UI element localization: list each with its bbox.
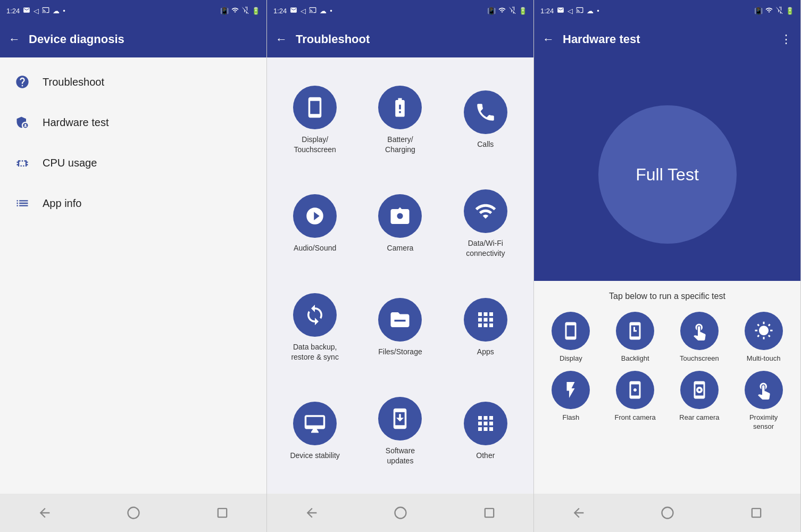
test-item-flash[interactable]: Flash [543,371,599,431]
arrow-icon-2: ◁ [301,7,306,15]
grid-label-other: Other [476,451,495,460]
nav-back-1[interactable] [31,500,58,526]
proximity-sensor-test-label: Proximitysensor [749,413,778,431]
nav-home-2[interactable] [387,500,414,526]
status-bar-left-2: 1:24 ◁ ☁ • [273,6,332,15]
time-1: 1:24 [6,7,20,15]
hardware-header-area: Full Test [534,57,800,281]
nav-home-3[interactable] [654,500,681,526]
back-button-1[interactable]: ← [9,32,20,46]
grid-item-calls[interactable]: Calls [443,68,528,172]
notif-icon-2 [290,6,297,15]
grid-label-battery-charging: Battery/Charging [385,135,415,154]
grid-label-device-stability: Device stability [290,451,339,460]
svg-point-0 [128,508,139,519]
cloud-icon-2: ☁ [320,7,327,15]
nav-label-hardware-test: Hardware test [43,117,109,129]
grid-item-display-touchscreen[interactable]: Display/Touchscreen [272,68,357,172]
grid-item-data-backup[interactable]: Data backup,restore & sync [272,276,357,379]
hardware-test-icon [13,113,32,132]
svg-point-4 [662,508,673,519]
rear-camera-test-icon [680,371,719,409]
nav-home-1[interactable] [120,500,147,526]
status-bar-3: 1:24 ◁ ☁ • 📳 🔋 [534,0,800,21]
signal-icon-1 [241,6,249,15]
nav-recents-2[interactable] [476,500,503,526]
flash-test-label: Flash [562,413,579,422]
nav-item-app-info[interactable]: App info [0,183,266,223]
grid-item-audio-sound[interactable]: Audio/Sound [272,172,357,276]
data-wifi-icon [464,189,507,233]
toolbar-1: ← Device diagnosis [0,21,266,57]
wifi-icon-2 [498,6,506,15]
test-item-multi-touch[interactable]: Multi-touch [735,312,792,363]
grid-item-camera[interactable]: Camera [357,172,443,276]
vibrate-icon-1: 📳 [220,7,229,15]
status-bar-right-3: 📳 🔋 [754,6,794,15]
cast-icon-1 [42,6,49,15]
svg-rect-3 [485,509,493,517]
status-bar-left-3: 1:24 ◁ ☁ • [540,6,599,15]
test-item-display[interactable]: Display [543,312,599,363]
nav-item-cpu-usage[interactable]: CPU usage [0,143,266,183]
status-bar-2: 1:24 ◁ ☁ • 📳 🔋 [267,0,533,21]
dot-icon-2: • [330,7,332,15]
nav-back-2[interactable] [298,500,325,526]
wifi-icon-3 [765,6,773,15]
test-item-touchscreen[interactable]: Touchscreen [671,312,728,363]
cloud-icon-3: ☁ [587,7,594,15]
nav-recents-1[interactable] [209,500,236,526]
grid-item-software-updates[interactable]: Softwareupdates [357,379,443,483]
test-item-proximity-sensor[interactable]: Proximitysensor [735,371,792,431]
grid-item-apps[interactable]: Apps [443,276,528,379]
device-stability-icon [293,402,337,445]
test-item-front-camera[interactable]: Front camera [607,371,664,431]
grid-label-software-updates: Softwareupdates [386,446,415,465]
panel-troubleshoot: 1:24 ◁ ☁ • 📳 🔋 ← Troubleshoot [267,0,534,532]
svg-rect-5 [752,509,760,517]
vibrate-icon-2: 📳 [487,7,496,15]
tap-below-label: Tap below to run a specific test [543,292,792,301]
back-button-2[interactable]: ← [276,32,287,46]
signal-icon-2 [508,6,516,15]
dot-icon-3: • [597,7,599,15]
status-bar-right-2: 📳 🔋 [487,6,527,15]
nav-recents-3[interactable] [743,500,770,526]
touchscreen-test-icon [680,312,719,350]
data-backup-icon [293,293,337,337]
nav-item-hardware-test[interactable]: Hardware test [0,102,266,143]
flash-test-icon [552,371,590,409]
multitouch-test-icon [745,312,783,350]
more-options-button[interactable]: ⋮ [780,32,792,46]
camera-icon [378,194,422,238]
full-test-button[interactable]: Full Test [598,105,737,244]
cast-icon-2 [309,6,316,15]
display-test-icon [552,312,590,350]
time-2: 1:24 [273,7,287,15]
hardware-test-content: Tap below to run a specific test Display… [534,281,800,494]
grid-item-other[interactable]: Other [443,379,528,483]
cloud-icon-1: ☁ [53,7,60,15]
test-item-backlight[interactable]: Backlight [607,312,664,363]
proximity-sensor-test-icon [745,371,783,409]
toolbar-title-3: Hardware test [563,32,640,46]
toolbar-title-1: Device diagnosis [29,32,124,46]
battery-icon-1: 🔋 [252,7,260,15]
toolbar-3: ← Hardware test ⋮ [534,21,800,57]
grid-item-device-stability[interactable]: Device stability [272,379,357,483]
status-bar-right-1: 📳 🔋 [220,6,260,15]
app-info-icon [13,194,32,213]
grid-label-apps: Apps [477,347,494,356]
nav-label-cpu-usage: CPU usage [43,157,97,169]
apps-icon [464,298,507,342]
test-item-rear-camera[interactable]: Rear camera [671,371,728,431]
back-button-3[interactable]: ← [543,32,554,46]
toolbar-title-2: Troubleshoot [296,32,370,46]
grid-item-files-storage[interactable]: Files/Storage [357,276,443,379]
nav-item-troubleshoot[interactable]: Troubleshoot [0,62,266,102]
multitouch-test-label: Multi-touch [747,354,781,363]
grid-item-battery-charging[interactable]: Battery/Charging [357,68,443,172]
nav-back-3[interactable] [565,500,592,526]
status-bar-left-1: 1:24 ◁ ☁ • [6,6,65,15]
grid-item-data-wifi[interactable]: Data/Wi-Ficonnectivity [443,172,528,276]
